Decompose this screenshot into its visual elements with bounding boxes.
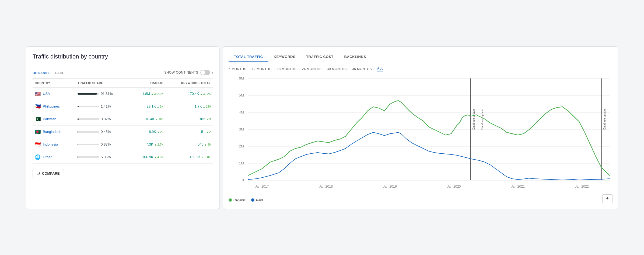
traffic-delta-5: 4.8K xyxy=(154,156,163,159)
traffic-value-2: 16.4K xyxy=(145,117,155,121)
traffic-cell-4: 7.3K 2.7K xyxy=(130,138,166,151)
col-header-traffic-share: TRAFFIC SHARE xyxy=(75,78,130,87)
compare-button-label: COMPARE xyxy=(42,171,60,175)
keywords-value-2: 102 xyxy=(199,117,205,121)
traffic-delta-0: 352.9K xyxy=(151,92,163,95)
keywords-value-0: 170.4K xyxy=(188,92,199,96)
download-icon xyxy=(605,196,610,201)
paid-line xyxy=(248,132,610,180)
country-name-cell-4: 🇮🇩 Indonesia xyxy=(33,138,75,151)
download-button[interactable] xyxy=(602,194,612,203)
time-36m[interactable]: 36 MONTHS xyxy=(352,67,372,71)
country-link-1[interactable]: Philippines xyxy=(43,104,60,108)
tab-keywords[interactable]: KEYWORDS xyxy=(268,52,301,62)
legend-organic-dot xyxy=(229,198,232,202)
keywords-delta-1: 129 xyxy=(203,105,211,108)
share-pct-3: 0.45% xyxy=(101,130,111,134)
table-row: 🇺🇸 USA 91.61% 1.8M 352.9K 170.4K 39.2K xyxy=(33,87,213,100)
show-continents-row: SHOW CONTINENTS i xyxy=(164,70,213,75)
table-row: 🇵🇰 Pakistan 0.82% 16.4K 166 102 3 xyxy=(33,113,213,125)
bar-track-2 xyxy=(78,118,99,120)
country-flag-2: 🇵🇰 xyxy=(35,116,41,122)
time-24m[interactable]: 24 MONTHS xyxy=(302,67,321,71)
traffic-delta-3: 22 xyxy=(157,130,164,133)
traffic-share-cell-4: 0.37% xyxy=(75,138,130,151)
traffic-value-5: 106.9K xyxy=(142,155,153,159)
tab-paid[interactable]: PAID xyxy=(55,71,63,78)
chart-area: 6M 5M 4M 3M 2M 1M 0 Jan 2017 Jan 2018 Ja… xyxy=(229,76,612,194)
svg-text:Database update: Database update xyxy=(603,109,606,129)
traffic-cell-1: 28.1K 1K xyxy=(130,100,166,113)
time-12m[interactable]: 12 MONTHS xyxy=(252,67,271,71)
legend-paid: Paid xyxy=(251,198,263,202)
bar-track-0 xyxy=(78,93,99,95)
country-link-3[interactable]: Bangladesh xyxy=(43,130,61,134)
traffic-share-cell-3: 0.45% xyxy=(75,125,130,138)
country-flag-4: 🇮🇩 xyxy=(35,142,41,147)
main-container: Traffic distribution by country i ORGANI… xyxy=(26,46,618,209)
left-panel: Traffic distribution by country i ORGANI… xyxy=(26,46,220,209)
share-pct-2: 0.82% xyxy=(101,117,111,121)
chart-legend: Organic Paid xyxy=(229,198,263,202)
legend-paid-dot xyxy=(251,198,254,202)
keywords-cell-1: 1.7K 129 xyxy=(166,100,213,113)
svg-text:0: 0 xyxy=(242,178,244,182)
keywords-delta-2: 3 xyxy=(206,118,211,121)
traffic-share-cell-1: 1.41% xyxy=(75,100,130,113)
svg-text:Jan 2017: Jan 2017 xyxy=(255,185,269,188)
traffic-value-4: 7.3K xyxy=(146,142,153,146)
keywords-cell-0: 170.4K 39.2K xyxy=(166,87,213,100)
tab-organic[interactable]: ORGANIC xyxy=(33,71,49,78)
traffic-value-0: 1.8M xyxy=(142,92,150,96)
country-name-cell-1: 🇵🇭 Philippines xyxy=(33,100,75,113)
time-18m[interactable]: 18 MONTHS xyxy=(277,67,296,71)
tab-backlinks[interactable]: BACKLINKS xyxy=(339,52,372,62)
country-link-2[interactable]: Pakistan xyxy=(43,117,56,121)
svg-text:5M: 5M xyxy=(239,93,244,97)
country-link-4[interactable]: Indonesia xyxy=(43,142,58,146)
time-6m[interactable]: 6 MONTHS xyxy=(229,67,246,71)
svg-text:Jan 2020: Jan 2020 xyxy=(447,185,461,188)
country-name-cell-0: 🇺🇸 USA xyxy=(33,87,75,100)
show-continents-info-icon: i xyxy=(212,71,213,74)
bar-track-5 xyxy=(78,156,99,158)
compare-button[interactable]: ⇄ COMPARE xyxy=(33,169,64,178)
bar-fill-2 xyxy=(78,118,79,120)
bar-fill-4 xyxy=(78,144,78,145)
traffic-delta-2: 166 xyxy=(155,118,163,121)
show-continents-toggle[interactable] xyxy=(200,70,210,75)
svg-text:4M: 4M xyxy=(239,110,244,114)
legend-organic-label: Organic xyxy=(233,198,246,202)
traffic-value-3: 8.9K xyxy=(149,130,156,134)
keywords-value-4: 545 xyxy=(198,142,204,146)
svg-text:Jan 2018: Jan 2018 xyxy=(319,185,333,188)
time-range-row: 6 MONTHS 12 MONTHS 18 MONTHS 24 MONTHS 3… xyxy=(229,67,612,71)
tab-total-traffic[interactable]: TOTAL TRAFFIC xyxy=(229,52,268,62)
country-flag-5: 🌐 xyxy=(35,154,41,160)
keywords-delta-5: 9.8K xyxy=(202,156,211,159)
svg-text:Database update: Database update xyxy=(481,109,484,129)
bar-fill-3 xyxy=(78,131,78,133)
tab-traffic-cost[interactable]: TRAFFIC COST xyxy=(301,52,339,62)
share-pct-4: 0.37% xyxy=(101,142,111,146)
bar-track-3 xyxy=(78,131,99,133)
traffic-chart: 6M 5M 4M 3M 2M 1M 0 Jan 2017 Jan 2018 Ja… xyxy=(229,76,612,194)
panel-title: Traffic distribution by country i xyxy=(33,53,213,60)
time-30m[interactable]: 30 MONTHS xyxy=(327,67,347,71)
title-text: Traffic distribution by country xyxy=(33,53,108,60)
svg-text:Jan 2022: Jan 2022 xyxy=(575,185,589,188)
country-link-5[interactable]: Other xyxy=(43,155,52,159)
time-all[interactable]: ALL xyxy=(377,67,383,71)
keywords-cell-2: 102 3 xyxy=(166,113,213,125)
country-name-cell-3: 🇧🇩 Bangladesh xyxy=(33,125,75,138)
country-name-cell-2: 🇵🇰 Pakistan xyxy=(33,113,75,125)
country-link-0[interactable]: USA xyxy=(43,92,50,96)
table-row: 🌐 Other 5.35% 106.9K 4.8K 150.2K 9.8K xyxy=(33,151,213,163)
chart-tabs: TOTAL TRAFFIC KEYWORDS TRAFFIC COST BACK… xyxy=(229,52,612,62)
traffic-cell-5: 106.9K 4.8K xyxy=(130,151,166,163)
legend-organic: Organic xyxy=(229,198,246,202)
keywords-value-1: 1.7K xyxy=(195,104,202,108)
country-flag-3: 🇧🇩 xyxy=(35,129,41,135)
traffic-value-1: 28.1K xyxy=(147,104,156,108)
svg-text:Jan 2019: Jan 2019 xyxy=(383,185,397,188)
